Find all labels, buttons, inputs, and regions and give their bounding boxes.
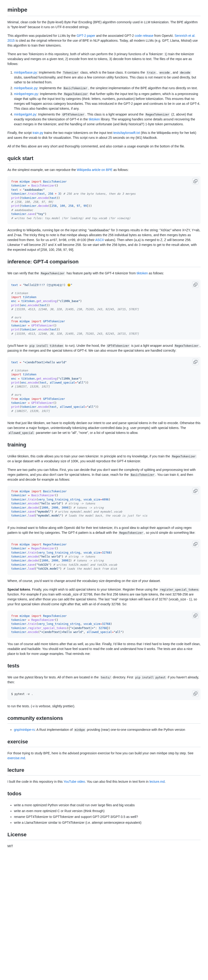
copy-icon <box>194 283 197 286</box>
code-inline: pip install pytest <box>134 675 167 679</box>
code-content: from minbpe import BasicTokenizer tokeni… <box>11 180 197 220</box>
code-inline: register_special_tokens <box>159 587 200 592</box>
code-block-inference: text = "hello123!!!? (안녕하세요!) 😉" # tikto… <box>8 280 200 340</box>
quickstart-heading: quick start <box>8 154 200 164</box>
tiktoken-link-2[interactable]: tiktoken <box>137 271 148 275</box>
list-item: gnp/minbpe-rs: A Rust implementation of … <box>14 727 200 732</box>
copy-button[interactable] <box>192 541 199 547</box>
list-item: write a LlamaTokenizer similar to GPT4To… <box>14 820 200 825</box>
paragraph: I built the code in this repository in t… <box>8 779 200 784</box>
copy-button[interactable] <box>192 178 199 185</box>
paragraph: All of the files above are very short an… <box>8 144 200 149</box>
paragraph: As the simplest example, we can reproduc… <box>8 167 200 172</box>
code-inline: BasicTokenizer <box>63 86 89 91</box>
code-inline: RegexTokenizer <box>118 531 144 535</box>
paragraph: Finally, the script train.py trains the … <box>8 130 200 140</box>
code-inline: encode <box>159 70 171 75</box>
list-item: write a more optimized Python version th… <box>14 803 200 808</box>
code-inline: GPT4Tokenizer <box>106 344 130 348</box>
paragraph: Note that just like tiktoken, we have to… <box>8 421 200 435</box>
paragraph: If you instead want to follow along with… <box>8 525 200 535</box>
code-inline: tests/ <box>100 675 112 679</box>
code-block-quickstart: from minbpe import BasicTokenizer tokeni… <box>8 176 200 224</box>
paragraph: You can of course add more tokens after … <box>8 642 200 656</box>
page-title: minbpe <box>8 6 200 16</box>
code-block-basic-train: from minbpe import BasicTokenizer tokeni… <box>8 486 200 522</box>
lecture-heading: lecture <box>8 766 200 776</box>
copy-button[interactable] <box>192 612 199 619</box>
file-list: minbpe/base.py: Implements the Tokenizer… <box>8 70 200 127</box>
code-inline: Tokenizer <box>62 70 79 75</box>
ascii-link[interactable]: ASCII <box>95 238 104 242</box>
taylorswift-link[interactable]: tests/taylorswift.txt <box>113 131 140 135</box>
paragraph: We can verify that the RegexTokenizer ha… <box>8 271 200 276</box>
code-content: text = "<|endoftext|>hello world" # tikt… <box>11 361 197 413</box>
code-release-link[interactable]: code release <box>135 34 153 38</box>
copy-icon <box>194 692 197 695</box>
community-list: gnp/minbpe-rs: A Rust implementation of … <box>8 727 200 732</box>
code-block-special-tokens: from minbpe import RegexTokenizer tokeni… <box>8 610 200 638</box>
community-heading: community extensions <box>8 714 200 724</box>
code-inline: train <box>146 70 157 75</box>
wiki-bpe-link[interactable]: Wikipedia article on BPE <box>77 168 113 172</box>
list-item: write an even more optimized C or Rust v… <box>14 808 200 813</box>
code-inline: RegexTokenizer <box>144 113 170 117</box>
license-text: MIT <box>8 844 200 849</box>
list-item: minbpe/regex.py: Implements the RegexTok… <box>14 92 200 111</box>
copy-button[interactable] <box>192 281 199 288</box>
list-item: rename GPT4Tokenizer to GPTTokenizer and… <box>14 815 200 819</box>
exercise-md-link[interactable]: exercise.md <box>8 756 25 760</box>
code-content: from minbpe import RegexTokenizer tokeni… <box>11 542 197 571</box>
intro-paragraph-3: There are two Tokenizers in this reposit… <box>8 52 200 66</box>
copy-button[interactable] <box>192 488 199 494</box>
code-content: text = "hello123!!!? (안녕하세요!) 😉" # tikto… <box>11 283 197 336</box>
youtube-link[interactable]: YouTube video <box>64 780 85 783</box>
copy-button[interactable] <box>192 359 199 365</box>
basic-py-link[interactable]: minbpe/basic.py <box>14 86 38 90</box>
code-block-special: text = "<|endoftext|>hello world" # tikt… <box>8 357 200 417</box>
copy-button[interactable] <box>192 690 199 697</box>
paragraph: We use the pytest library for tests. All… <box>8 675 200 685</box>
intro-paragraph-2: This algorithm was popularized for LLMs … <box>8 33 200 48</box>
intro-paragraph: Minimal, clean code for the (byte-level)… <box>8 20 200 30</box>
list-item: minbpe/basic.py: Implements the BasicTok… <box>14 86 200 91</box>
todos-heading: todos <box>8 790 200 799</box>
code-content: from minbpe import RegexTokenizer tokeni… <box>11 614 197 635</box>
code-inline: pip install tiktoken <box>29 344 64 348</box>
code-inline: minbpe <box>73 728 86 732</box>
code-content: from minbpe import BasicTokenizer tokeni… <box>11 490 197 518</box>
regex-py-link[interactable]: minbpe/regex.py <box>14 92 38 96</box>
code-block-pytest: $ pytest -v . <box>8 689 200 700</box>
base-py-link[interactable]: minbpe/base.py <box>14 70 37 74</box>
list-item: minbpe/base.py: Implements the Tokenizer… <box>14 70 200 85</box>
list-item: minbpe/gpt4.py: Implements the GPT4Token… <box>14 112 200 127</box>
tiktoken-link[interactable]: tiktoken <box>89 118 100 121</box>
code-inline: RegexTokenizer <box>171 454 197 458</box>
gpt2-paper-link[interactable]: GPT-2 paper <box>76 34 95 38</box>
code-inline: BasicTokenizer <box>130 473 156 477</box>
tests-heading: tests <box>8 662 200 671</box>
paragraph: Unlike tiktoken, this code allows you to… <box>8 454 200 464</box>
code-block-regex-train: from minbpe import RegexTokenizer tokeni… <box>8 539 200 575</box>
paragraph: (you'll have to pip install tiktoken to … <box>8 343 200 353</box>
copy-icon <box>194 489 197 493</box>
minbpe-rs-link[interactable]: gnp/minbpe-rs <box>14 728 35 732</box>
training-heading: training <box>8 441 200 450</box>
train-py-link[interactable]: train.py <box>33 131 43 135</box>
code-inline: allowed_special <box>8 431 35 435</box>
paragraph: There are two paths you can follow. Firs… <box>8 468 200 482</box>
code-inline: RegexTokenizer <box>40 271 66 275</box>
code-inline: GPT4Tokenizer <box>61 113 86 117</box>
lecture-md-link[interactable]: lecture.md <box>149 780 165 783</box>
paragraph: Where, of course, you'd want to change a… <box>8 579 200 583</box>
exercise-heading: exercise <box>8 738 200 747</box>
gpt4-py-link[interactable]: minbpe/gpt4.py <box>14 113 36 116</box>
code-inline: RegexTokenizer <box>174 344 200 348</box>
todos-list: write a more optimized Python version th… <box>8 803 200 825</box>
copy-icon <box>194 614 197 617</box>
copy-icon <box>194 360 197 364</box>
copy-icon <box>194 542 197 546</box>
copy-icon <box>194 179 197 183</box>
paragraph: to run the tests. (-v is verbose, slight… <box>8 704 200 709</box>
code-content: $ pytest -v . <box>11 692 197 696</box>
